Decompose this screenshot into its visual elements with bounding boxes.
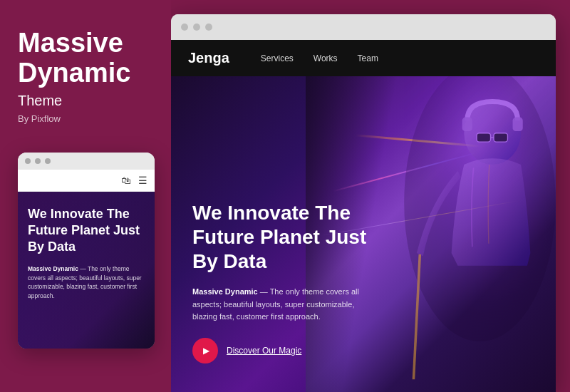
site-hero: We Innovate The Future Planet Just By Da… [171, 76, 556, 392]
browser-dot-2 [193, 24, 200, 31]
mobile-hero-desc: Massive Dynamic — The only theme covers … [28, 264, 145, 301]
mobile-titlebar [18, 153, 155, 170]
hero-cta: ▶ Discover Our Magic [192, 338, 380, 363]
browser-dot-3 [205, 24, 212, 31]
play-button[interactable]: ▶ [192, 338, 218, 363]
svg-rect-3 [513, 118, 523, 131]
theme-title: Massive Dynamic Theme By Pixflow [18, 29, 153, 145]
svg-point-1 [465, 101, 522, 165]
mobile-hero-content: We Innovate The Future Planet Just By Da… [18, 192, 155, 349]
browser-dot-1 [181, 24, 188, 31]
browser-titlebar [171, 14, 556, 40]
theme-subtitle: Theme [18, 93, 153, 109]
mobile-dot-2 [35, 158, 41, 164]
hero-description: Massive Dynamic — The only theme covers … [192, 286, 380, 324]
site-nav: Jenga Services Works Team [171, 40, 556, 76]
mobile-preview-card: 🛍 ☰ We Innovate The Future Planet Just B… [18, 153, 155, 349]
theme-title-text: Massive Dynamic [18, 29, 153, 88]
right-panel: Jenga Services Works Team [171, 0, 570, 392]
mobile-nav: 🛍 ☰ [18, 170, 155, 192]
browser-window: Jenga Services Works Team [171, 14, 556, 392]
mobile-dot-3 [45, 158, 51, 164]
play-icon: ▶ [203, 346, 209, 356]
mobile-hero-text: We Innovate The Future Planet Just By Da… [28, 206, 145, 301]
hero-content: We Innovate The Future Planet Just By Da… [192, 201, 380, 363]
nav-link-team[interactable]: Team [358, 53, 378, 63]
svg-rect-4 [477, 133, 490, 142]
mobile-hero-heading: We Innovate The Future Planet Just By Da… [28, 206, 145, 256]
svg-rect-2 [462, 118, 472, 131]
hero-person-svg [366, 76, 556, 392]
nav-link-works[interactable]: Works [314, 53, 338, 63]
browser-body: Jenga Services Works Team [171, 40, 556, 392]
mobile-dot-1 [25, 158, 31, 164]
mobile-menu-icon: ☰ [138, 175, 147, 186]
svg-rect-5 [494, 133, 507, 142]
discover-link[interactable]: Discover Our Magic [227, 346, 301, 356]
theme-author: By Pixflow [18, 113, 153, 124]
left-panel: Massive Dynamic Theme By Pixflow 🛍 ☰ We … [0, 0, 171, 392]
mobile-bag-icon: 🛍 [121, 175, 131, 186]
site-logo: Jenga [188, 50, 229, 66]
hero-heading: We Innovate The Future Planet Just By Da… [192, 201, 380, 273]
nav-link-services[interactable]: Services [261, 53, 294, 63]
